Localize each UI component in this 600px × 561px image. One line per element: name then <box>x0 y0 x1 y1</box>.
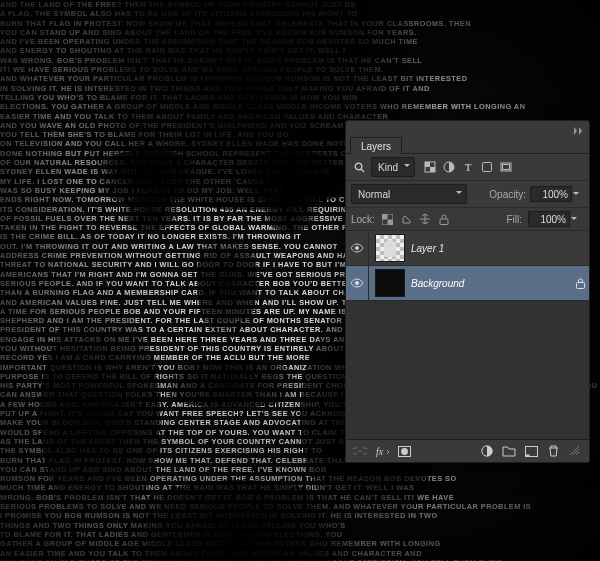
eye-icon <box>350 243 364 253</box>
new-layer-icon[interactable] <box>521 441 541 461</box>
opacity-field[interactable]: 100% <box>530 186 572 202</box>
svg-point-14 <box>355 246 359 250</box>
fill-field[interactable]: 100% <box>528 211 570 227</box>
svg-rect-4 <box>430 167 435 172</box>
new-adjustment-icon[interactable] <box>477 441 497 461</box>
blend-mode-value: Normal <box>358 189 390 200</box>
tab-label: Layers <box>361 141 391 152</box>
shade-jaw-left <box>40 300 160 530</box>
visibility-toggle[interactable] <box>346 266 369 300</box>
blend-mode-select[interactable]: Normal <box>351 184 467 204</box>
layer-name[interactable]: Layer 1 <box>411 243 589 254</box>
layers-list: Layer 1 Background <box>346 231 589 301</box>
eye-icon <box>350 278 364 288</box>
panel-resize-icon[interactable] <box>565 441 585 461</box>
layer-row[interactable]: Layer 1 <box>346 231 589 266</box>
lock-row: Lock: Fill: 100% <box>346 208 589 231</box>
svg-rect-3 <box>425 162 430 167</box>
shade-mouth <box>150 360 310 408</box>
opacity-label: Opacity: <box>489 189 526 200</box>
svg-rect-11 <box>382 214 388 220</box>
layer-fx-icon[interactable]: fx <box>372 441 392 461</box>
svg-rect-12 <box>387 219 393 225</box>
svg-point-19 <box>401 448 408 455</box>
filter-kind-select[interactable]: Kind <box>371 157 415 177</box>
lock-transparent-icon[interactable] <box>381 213 394 226</box>
filter-kind-label: Kind <box>378 162 398 173</box>
filter-adjust-icon[interactable] <box>442 160 456 174</box>
svg-rect-16 <box>576 282 584 288</box>
layer-filter-row: Kind T <box>346 154 589 181</box>
delete-layer-icon[interactable] <box>543 441 563 461</box>
filter-pixel-icon[interactable] <box>423 160 437 174</box>
lock-position-icon[interactable] <box>419 213 432 226</box>
layer-row[interactable]: Background <box>346 266 589 301</box>
panel-footer: fx <box>346 439 589 462</box>
svg-text:T: T <box>465 161 472 173</box>
layer-mask-icon[interactable] <box>394 441 414 461</box>
layer-thumbnail[interactable] <box>375 234 405 262</box>
layers-empty-area[interactable] <box>346 301 589 439</box>
new-group-icon[interactable] <box>499 441 519 461</box>
lock-label: Lock: <box>351 214 375 225</box>
search-icon[interactable] <box>351 159 367 175</box>
layer-thumbnail[interactable] <box>375 269 405 297</box>
panel-grip[interactable] <box>346 121 589 135</box>
filter-shape-icon[interactable] <box>480 160 494 174</box>
svg-text:fx: fx <box>376 446 384 457</box>
shade-eye-right <box>260 195 320 231</box>
fill-label: Fill: <box>506 214 522 225</box>
shade-nose <box>197 230 257 340</box>
lock-indicator-icon <box>571 278 589 289</box>
filter-type-icon[interactable]: T <box>461 160 475 174</box>
blend-row: Normal Opacity: 100% <box>346 181 589 208</box>
svg-point-15 <box>355 281 359 285</box>
layer-name[interactable]: Background <box>411 278 571 289</box>
opacity-value: 100% <box>542 189 568 200</box>
link-layers-icon[interactable] <box>350 441 370 461</box>
visibility-toggle[interactable] <box>346 231 369 265</box>
svg-line-1 <box>361 169 364 172</box>
svg-point-0 <box>355 163 362 170</box>
svg-rect-13 <box>440 219 448 225</box>
svg-rect-9 <box>503 165 510 170</box>
tab-layers[interactable]: Layers <box>350 137 402 154</box>
fill-value: 100% <box>540 214 566 225</box>
shade-eye-left <box>120 195 180 231</box>
lock-image-icon[interactable] <box>400 213 413 226</box>
layers-panel[interactable]: Layers Kind T Normal Opacity: 100% Lock:… <box>345 120 590 463</box>
lock-all-icon[interactable] <box>438 213 451 226</box>
svg-rect-7 <box>483 163 492 172</box>
filter-smart-icon[interactable] <box>499 160 513 174</box>
